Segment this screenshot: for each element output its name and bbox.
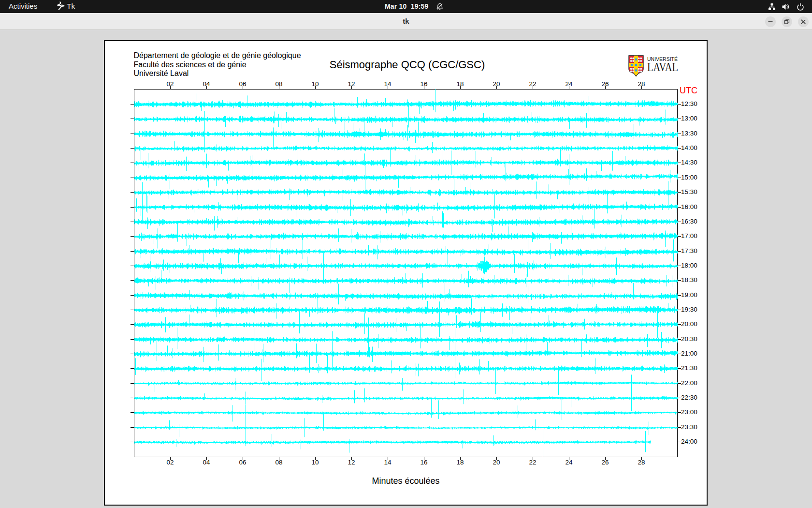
svg-text:LAVAL: LAVAL: [647, 60, 678, 74]
